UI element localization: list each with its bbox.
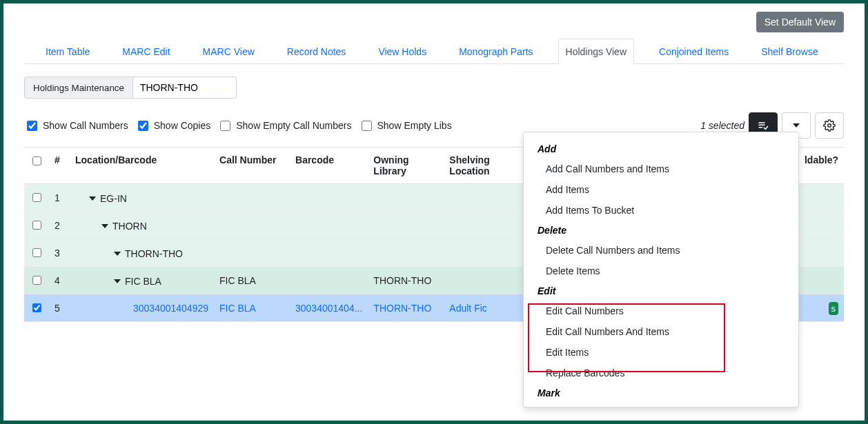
row-number: 5 [49, 294, 70, 322]
cell-barcode: 30034001404... [290, 294, 368, 322]
cell-owning [368, 239, 444, 267]
col-call: Call Number [214, 148, 290, 184]
cell-holdable [796, 267, 844, 294]
select-all-checkbox[interactable] [32, 157, 41, 165]
actions-dropdown: Add Add Call Numbers and Items Add Items… [523, 132, 799, 407]
chevron-down-icon[interactable] [114, 252, 121, 256]
cell-call-number: FIC BLA [214, 294, 290, 322]
menu-group-mark: Mark [524, 383, 798, 403]
col-barcode: Barcode [290, 148, 368, 184]
col-shelving: Shelving Location [444, 148, 513, 184]
library-input[interactable] [133, 77, 237, 99]
chevron-down-icon[interactable] [114, 279, 121, 283]
svg-point-3 [828, 124, 831, 128]
tab-view-holds[interactable]: View Holds [371, 39, 434, 64]
tab-holdings-view[interactable]: Holdings View [558, 39, 634, 64]
cell-shelving: Adult Fic [444, 294, 513, 322]
menu-group-add: Add [524, 139, 798, 159]
show-copies-checkbox[interactable] [138, 121, 148, 131]
row-checkbox[interactable] [32, 276, 41, 285]
col-holdable: ldable? [796, 148, 844, 184]
col-owning: Owning Library [368, 148, 444, 184]
menu-edit-cn-items[interactable]: Edit Call Numbers And Items [524, 321, 798, 342]
menu-group-delete: Delete [524, 221, 798, 240]
cell-owning: THORN-THO [368, 294, 444, 322]
cell-holdable [796, 184, 844, 212]
row-number: 1 [49, 184, 70, 212]
row-checkbox[interactable] [32, 303, 41, 312]
show-copies-label: Show Copies [154, 120, 211, 131]
cell-barcode [290, 184, 368, 212]
row-checkbox[interactable] [32, 221, 41, 230]
chevron-down-icon[interactable] [101, 224, 108, 228]
show-empty-libs-check[interactable]: Show Empty Libs [359, 119, 452, 133]
cell-barcode [290, 212, 368, 239]
cell-call-number [214, 239, 290, 267]
cell-shelving [444, 184, 513, 212]
holdings-maintenance-button[interactable]: Holdings Maintenance [24, 77, 133, 99]
cell-call-number: FIC BLA [214, 267, 290, 294]
row-number: 2 [49, 212, 70, 239]
menu-group-edit: Edit [524, 281, 798, 301]
gear-icon [823, 119, 836, 132]
row-number: 4 [49, 267, 70, 294]
show-copies-check[interactable]: Show Copies [135, 119, 211, 133]
col-num: # [49, 148, 70, 184]
menu-add-items[interactable]: Add Items [524, 179, 798, 200]
cell-shelving [444, 239, 513, 267]
row-number: 3 [49, 239, 70, 267]
show-empty-libs-label: Show Empty Libs [377, 120, 452, 131]
cell-barcode [290, 267, 368, 294]
tab-conjoined-items[interactable]: Conjoined Items [651, 39, 736, 64]
menu-add-cn-items[interactable]: Add Call Numbers and Items [524, 159, 798, 179]
set-default-view-button[interactable]: Set Default View [756, 12, 844, 32]
menu-replace-barcodes[interactable]: Replace Barcodes [524, 363, 798, 383]
app-frame: Set Default View Item TableMARC EditMARC… [0, 0, 868, 424]
cell-call-number [214, 212, 290, 239]
cell-shelving [444, 212, 513, 239]
tab-record-notes[interactable]: Record Notes [279, 39, 354, 64]
show-call-numbers-label: Show Call Numbers [43, 120, 128, 131]
location-label: THORN-THO [125, 248, 183, 259]
row-checkbox[interactable] [32, 193, 41, 202]
menu-delete-items[interactable]: Delete Items [524, 261, 798, 281]
show-empty-call-label: Show Empty Call Numbers [236, 120, 351, 131]
show-call-numbers-check[interactable]: Show Call Numbers [24, 119, 128, 133]
col-location: Location/Barcode [70, 148, 214, 184]
cell-holdable [796, 212, 844, 239]
row-checkbox[interactable] [32, 248, 41, 257]
table-wrap: # Location/Barcode Call Number Barcode O… [24, 147, 844, 322]
status-badge: s [829, 302, 839, 315]
show-empty-call-check[interactable]: Show Empty Call Numbers [217, 119, 351, 133]
chevron-down-icon[interactable] [89, 196, 96, 201]
menu-edit-items[interactable]: Edit Items [524, 342, 798, 363]
menu-add-bucket[interactable]: Add Items To Bucket [524, 200, 798, 221]
selected-count: 1 selected [700, 120, 744, 131]
tab-shelf-browse[interactable]: Shelf Browse [753, 39, 825, 64]
top-bar: Set Default View [24, 12, 844, 32]
cell-holdable [796, 239, 844, 267]
tab-item-table[interactable]: Item Table [38, 39, 97, 64]
tab-monograph-parts[interactable]: Monograph Parts [451, 39, 540, 64]
show-empty-call-checkbox[interactable] [220, 121, 230, 131]
cell-call-number [214, 184, 290, 212]
cell-owning: THORN-THO [368, 267, 444, 294]
toolbar: Holdings Maintenance [24, 77, 844, 99]
show-empty-libs-checkbox[interactable] [362, 121, 372, 131]
tab-marc-edit[interactable]: MARC Edit [115, 39, 177, 64]
cell-owning [368, 184, 444, 212]
location-label: EG-IN [100, 193, 127, 204]
tab-marc-view[interactable]: MARC View [195, 39, 262, 64]
cell-holdable: s [796, 294, 844, 322]
location-label: FIC BLA [125, 276, 161, 287]
chevron-down-icon [793, 123, 800, 128]
show-call-numbers-checkbox[interactable] [27, 121, 37, 131]
menu-delete-cn-items[interactable]: Delete Call Numbers and Items [524, 240, 798, 261]
nav-tabs: Item TableMARC EditMARC ViewRecord Notes… [24, 38, 844, 64]
cell-barcode [290, 239, 368, 267]
cell-owning [368, 212, 444, 239]
settings-button[interactable] [815, 112, 844, 139]
location-label: THORN [112, 221, 147, 232]
menu-edit-cn[interactable]: Edit Call Numbers [524, 301, 798, 321]
playlist-check-icon [756, 120, 770, 131]
